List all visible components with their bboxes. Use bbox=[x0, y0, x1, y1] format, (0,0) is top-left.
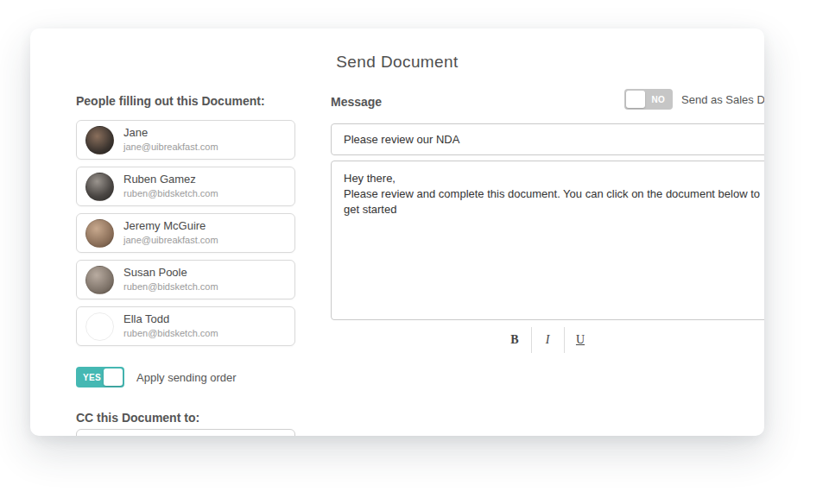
avatar bbox=[85, 126, 114, 154]
sales-doc-label: Send as Sales Doc bbox=[681, 93, 764, 106]
person-name: Ella Todd bbox=[123, 312, 218, 326]
toggle-state-label: YES bbox=[83, 373, 101, 382]
person-card-ruben[interactable]: Ruben Gamez ruben@bidsketch.com bbox=[76, 167, 295, 206]
person-email: ruben@bidsketch.com bbox=[123, 188, 218, 200]
format-toolbar: B I U bbox=[331, 326, 764, 354]
apply-sending-order-toggle[interactable]: YES bbox=[76, 367, 124, 387]
avatar bbox=[85, 173, 114, 201]
subject-input[interactable] bbox=[331, 123, 764, 155]
message-heading: Message bbox=[331, 95, 382, 109]
sending-order-row: YES Apply sending order bbox=[76, 367, 237, 387]
toggle-knob bbox=[104, 369, 123, 386]
cc-heading: CC this Document to: bbox=[76, 411, 199, 425]
italic-button[interactable]: I bbox=[532, 326, 564, 354]
person-card-susan[interactable]: Susan Poole ruben@bidsketch.com bbox=[76, 260, 295, 299]
message-body-textarea[interactable]: Hey there, Please review and complete th… bbox=[331, 161, 764, 320]
person-card-ella[interactable]: Ella Todd ruben@bidsketch.com bbox=[76, 306, 295, 346]
avatar bbox=[85, 266, 114, 294]
person-email: ruben@bidsketch.com bbox=[123, 281, 218, 293]
person-name: Ruben Gamez bbox=[123, 173, 218, 186]
modal-title: Send Document bbox=[30, 53, 764, 72]
people-heading: People filling out this Document: bbox=[76, 94, 295, 108]
underline-button[interactable]: U bbox=[565, 326, 597, 354]
sending-order-label: Apply sending order bbox=[136, 371, 237, 384]
people-section: People filling out this Document: Jane j… bbox=[76, 94, 295, 353]
person-name: Jeremy McGuire bbox=[123, 219, 218, 233]
person-name: Jane bbox=[123, 126, 218, 140]
bold-button[interactable]: B bbox=[499, 326, 531, 354]
page: Send Document People filling out this Do… bbox=[0, 0, 829, 504]
person-email: jane@uibreakfast.com bbox=[123, 142, 218, 154]
sales-doc-row: NO Send as Sales Doc bbox=[624, 89, 764, 110]
person-name: Susan Poole bbox=[123, 266, 218, 280]
toggle-knob bbox=[626, 91, 645, 108]
person-email: ruben@bidsketch.com bbox=[123, 328, 218, 340]
person-card-jeremy[interactable]: Jeremy McGuire jane@uibreakfast.com bbox=[76, 213, 295, 253]
person-card-jane[interactable]: Jane jane@uibreakfast.com bbox=[76, 120, 295, 160]
cc-input[interactable] bbox=[76, 429, 295, 436]
toggle-state-label: NO bbox=[651, 95, 665, 104]
send-as-sales-doc-toggle[interactable]: NO bbox=[624, 89, 673, 110]
avatar bbox=[85, 219, 114, 248]
send-document-modal: Send Document People filling out this Do… bbox=[30, 28, 764, 436]
avatar bbox=[85, 312, 114, 341]
person-email: jane@uibreakfast.com bbox=[123, 235, 218, 247]
